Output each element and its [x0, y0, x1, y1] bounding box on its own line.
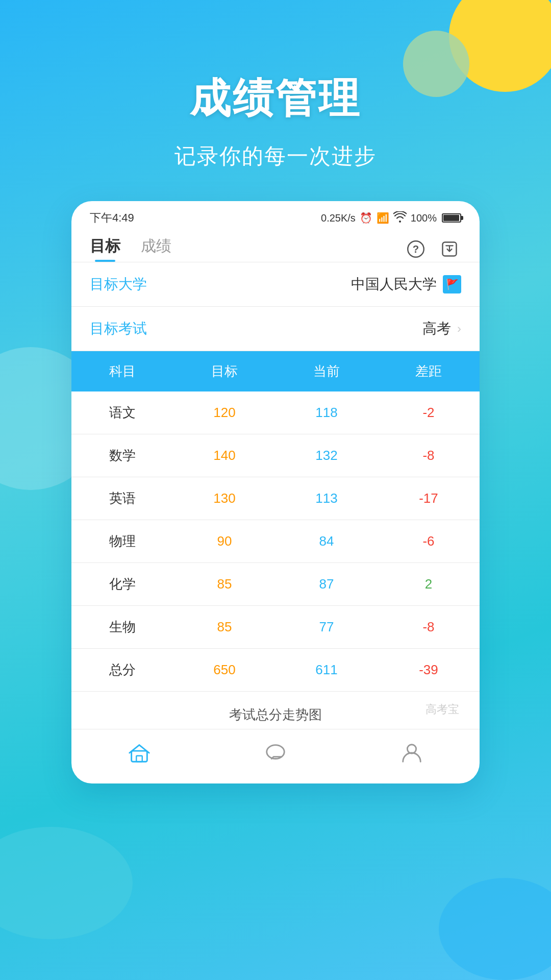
- bottom-nav: [71, 729, 480, 773]
- university-value-group: 中国人民大学 🚩: [351, 275, 461, 294]
- trend-label: 考试总分走势图: [229, 707, 322, 722]
- cell-subject: 总分: [71, 649, 173, 692]
- svg-text:?: ?: [413, 243, 419, 254]
- cell-subject: 生物: [71, 606, 173, 649]
- table-row: 英语130113-17: [71, 477, 480, 520]
- cell-diff: -2: [378, 391, 480, 434]
- cell-current: 113: [276, 477, 378, 520]
- cell-target: 85: [173, 606, 276, 649]
- flag-icon: 🚩: [443, 275, 461, 293]
- nav-message-button[interactable]: [260, 738, 291, 768]
- exam-label: 目标考试: [90, 319, 147, 338]
- university-label: 目标大学: [90, 275, 147, 294]
- table-row: 物理9084-6: [71, 520, 480, 563]
- hero-subtitle: 记录你的每一次进步: [0, 142, 551, 170]
- cell-subject: 语文: [71, 391, 173, 434]
- cell-diff: -8: [378, 606, 480, 649]
- cell-subject: 数学: [71, 434, 173, 477]
- battery-icon: [442, 213, 461, 223]
- table-row: 生物8577-8: [71, 606, 480, 649]
- cell-target: 650: [173, 649, 276, 692]
- tab-target[interactable]: 目标: [90, 236, 120, 262]
- col-subject: 科目: [71, 351, 173, 391]
- cell-diff: -6: [378, 520, 480, 563]
- exam-row[interactable]: 目标考试 高考 ›: [71, 307, 480, 351]
- hero-title: 成绩管理: [0, 71, 551, 127]
- status-network: 0.25K/s: [321, 212, 356, 224]
- cell-subject: 英语: [71, 477, 173, 520]
- cell-diff: -8: [378, 434, 480, 477]
- svg-rect-4: [137, 756, 143, 762]
- decoration-blob-teal-bottom: [0, 827, 133, 939]
- cell-subject: 物理: [71, 520, 173, 563]
- university-row[interactable]: 目标大学 中国人民大学 🚩: [71, 262, 480, 307]
- decoration-blob-blue-right: [439, 878, 551, 980]
- cell-current: 132: [276, 434, 378, 477]
- hero-section: 成绩管理 记录你的每一次进步: [0, 0, 551, 170]
- cell-target: 130: [173, 477, 276, 520]
- col-target: 目标: [173, 351, 276, 391]
- table-body: 语文120118-2数学140132-8英语130113-17物理9084-6化…: [71, 391, 480, 692]
- export-button[interactable]: [438, 237, 461, 261]
- cell-current: 84: [276, 520, 378, 563]
- cell-current: 611: [276, 649, 378, 692]
- cell-target: 120: [173, 391, 276, 434]
- cell-diff: -39: [378, 649, 480, 692]
- university-name: 中国人民大学: [351, 275, 437, 294]
- cell-current: 87: [276, 563, 378, 606]
- nav-profile-button[interactable]: [396, 738, 427, 768]
- status-signal-icon: 📶: [377, 212, 389, 224]
- status-alarm-icon: ⏰: [360, 212, 372, 224]
- status-right: 0.25K/s ⏰ 📶 100%: [321, 211, 461, 225]
- nav-home-button[interactable]: [124, 738, 155, 768]
- table-header: 科目 目标 当前 差距: [71, 351, 480, 391]
- cell-subject: 化学: [71, 563, 173, 606]
- tab-icons: ?: [404, 237, 461, 261]
- table-row: 语文120118-2: [71, 391, 480, 434]
- watermark: 高考宝: [425, 702, 459, 717]
- chevron-right-icon: ›: [457, 322, 461, 336]
- cell-current: 77: [276, 606, 378, 649]
- status-time: 下午4:49: [90, 210, 134, 226]
- cell-target: 140: [173, 434, 276, 477]
- tab-row: 目标 成绩 ?: [71, 231, 480, 262]
- exam-name: 高考: [422, 319, 451, 338]
- battery-fill: [443, 215, 459, 221]
- status-bar: 下午4:49 0.25K/s ⏰ 📶 100%: [71, 201, 480, 231]
- col-current: 当前: [276, 351, 378, 391]
- svg-point-6: [407, 745, 416, 753]
- phone-card: 下午4:49 0.25K/s ⏰ 📶 100% 目标 成绩: [71, 201, 480, 783]
- trend-row: 考试总分走势图 高考宝: [71, 692, 480, 729]
- table-row: 化学85872: [71, 563, 480, 606]
- status-wifi-icon: [393, 211, 407, 225]
- status-battery-pct: 100%: [411, 212, 437, 224]
- cell-target: 85: [173, 563, 276, 606]
- cell-target: 90: [173, 520, 276, 563]
- table-row: 数学140132-8: [71, 434, 480, 477]
- col-diff: 差距: [378, 351, 480, 391]
- help-button[interactable]: ?: [404, 237, 428, 261]
- score-table: 科目 目标 当前 差距 语文120118-2数学140132-8英语130113…: [71, 351, 480, 692]
- cell-diff: 2: [378, 563, 480, 606]
- tab-grades[interactable]: 成绩: [141, 236, 171, 262]
- exam-value-group: 高考 ›: [422, 319, 461, 338]
- table-row: 总分650611-39: [71, 649, 480, 692]
- cell-diff: -17: [378, 477, 480, 520]
- cell-current: 118: [276, 391, 378, 434]
